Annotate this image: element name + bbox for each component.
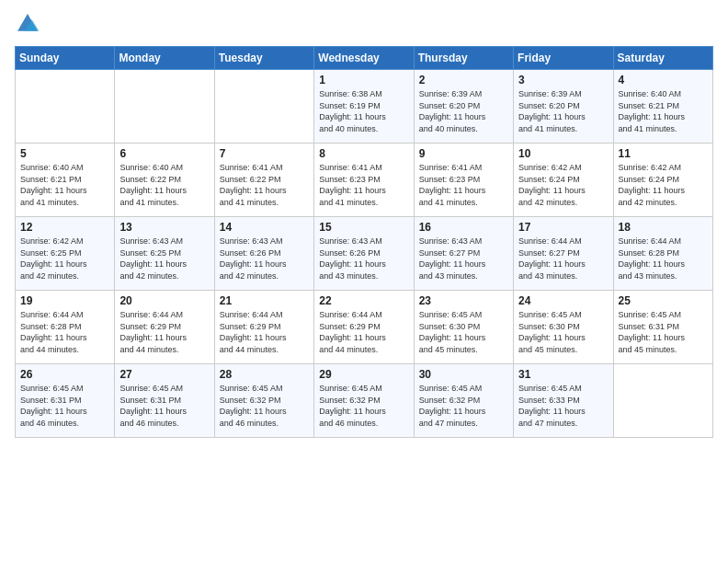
calendar-cell: 19Sunrise: 6:44 AM Sunset: 6:28 PM Dayli…: [16, 291, 115, 364]
day-number: 13: [119, 221, 209, 234]
day-number: 29: [319, 368, 408, 381]
calendar-cell: [115, 70, 214, 144]
day-header-wednesday: Wednesday: [314, 47, 414, 70]
day-number: 18: [619, 221, 708, 234]
day-info: Sunrise: 6:45 AM Sunset: 6:32 PM Dayligh…: [419, 383, 508, 429]
day-number: 12: [20, 221, 109, 234]
day-number: 1: [319, 74, 408, 86]
calendar-cell: 16Sunrise: 6:43 AM Sunset: 6:27 PM Dayli…: [414, 217, 513, 291]
day-number: 27: [119, 368, 209, 381]
day-info: Sunrise: 6:43 AM Sunset: 6:26 PM Dayligh…: [319, 236, 408, 282]
day-number: 4: [619, 74, 708, 86]
day-header-friday: Friday: [514, 47, 613, 70]
day-number: 7: [220, 147, 309, 160]
day-info: Sunrise: 6:42 AM Sunset: 6:24 PM Dayligh…: [619, 162, 708, 208]
day-header-monday: Monday: [115, 47, 214, 70]
day-number: 26: [20, 368, 109, 381]
day-info: Sunrise: 6:45 AM Sunset: 6:31 PM Dayligh…: [619, 309, 708, 355]
day-info: Sunrise: 6:40 AM Sunset: 6:21 PM Dayligh…: [20, 162, 109, 208]
day-number: 23: [419, 294, 508, 307]
day-info: Sunrise: 6:45 AM Sunset: 6:31 PM Dayligh…: [20, 383, 109, 429]
calendar-cell: [16, 70, 115, 144]
day-info: Sunrise: 6:39 AM Sunset: 6:20 PM Dayligh…: [518, 88, 608, 134]
calendar-cell: 10Sunrise: 6:42 AM Sunset: 6:24 PM Dayli…: [514, 144, 613, 217]
calendar-cell: 21Sunrise: 6:44 AM Sunset: 6:29 PM Dayli…: [214, 291, 313, 364]
day-info: Sunrise: 6:38 AM Sunset: 6:19 PM Dayligh…: [319, 88, 408, 134]
day-info: Sunrise: 6:44 AM Sunset: 6:27 PM Dayligh…: [518, 236, 608, 282]
calendar-week-1: 1Sunrise: 6:38 AM Sunset: 6:19 PM Daylig…: [16, 70, 713, 144]
day-number: 8: [319, 147, 408, 160]
day-number: 16: [419, 221, 508, 234]
calendar-cell: 2Sunrise: 6:39 AM Sunset: 6:20 PM Daylig…: [414, 70, 513, 144]
day-info: Sunrise: 6:45 AM Sunset: 6:33 PM Dayligh…: [518, 383, 608, 429]
day-info: Sunrise: 6:44 AM Sunset: 6:28 PM Dayligh…: [619, 236, 708, 282]
logo-icon: [15, 11, 40, 37]
calendar-cell: 1Sunrise: 6:38 AM Sunset: 6:19 PM Daylig…: [314, 70, 414, 144]
day-header-tuesday: Tuesday: [214, 47, 313, 70]
calendar-cell: [613, 364, 712, 438]
day-info: Sunrise: 6:45 AM Sunset: 6:30 PM Dayligh…: [518, 309, 608, 355]
header: [15, 11, 713, 37]
day-number: 19: [20, 294, 109, 307]
calendar-cell: 30Sunrise: 6:45 AM Sunset: 6:32 PM Dayli…: [414, 364, 513, 438]
calendar-cell: 25Sunrise: 6:45 AM Sunset: 6:31 PM Dayli…: [613, 291, 712, 364]
calendar-cell: 24Sunrise: 6:45 AM Sunset: 6:30 PM Dayli…: [514, 291, 613, 364]
calendar-cell: 14Sunrise: 6:43 AM Sunset: 6:26 PM Dayli…: [214, 217, 313, 291]
day-info: Sunrise: 6:45 AM Sunset: 6:32 PM Dayligh…: [319, 383, 408, 429]
calendar-cell: 11Sunrise: 6:42 AM Sunset: 6:24 PM Dayli…: [613, 144, 712, 217]
calendar-cell: 8Sunrise: 6:41 AM Sunset: 6:23 PM Daylig…: [314, 144, 414, 217]
calendar-cell: 9Sunrise: 6:41 AM Sunset: 6:23 PM Daylig…: [414, 144, 513, 217]
calendar-cell: 7Sunrise: 6:41 AM Sunset: 6:22 PM Daylig…: [214, 144, 313, 217]
day-number: 2: [419, 74, 508, 86]
day-info: Sunrise: 6:42 AM Sunset: 6:24 PM Dayligh…: [518, 162, 608, 208]
day-number: 11: [619, 147, 708, 160]
day-header-thursday: Thursday: [414, 47, 513, 70]
calendar-header-row: SundayMondayTuesdayWednesdayThursdayFrid…: [16, 47, 713, 70]
day-number: 9: [419, 147, 508, 160]
calendar-cell: 23Sunrise: 6:45 AM Sunset: 6:30 PM Dayli…: [414, 291, 513, 364]
day-info: Sunrise: 6:41 AM Sunset: 6:22 PM Dayligh…: [220, 162, 309, 208]
day-info: Sunrise: 6:41 AM Sunset: 6:23 PM Dayligh…: [319, 162, 408, 208]
day-number: 15: [319, 221, 408, 234]
day-number: 30: [419, 368, 508, 381]
day-header-sunday: Sunday: [16, 47, 115, 70]
day-header-saturday: Saturday: [613, 47, 712, 70]
calendar-week-5: 26Sunrise: 6:45 AM Sunset: 6:31 PM Dayli…: [16, 364, 713, 438]
calendar-cell: 6Sunrise: 6:40 AM Sunset: 6:22 PM Daylig…: [115, 144, 214, 217]
calendar-week-2: 5Sunrise: 6:40 AM Sunset: 6:21 PM Daylig…: [16, 144, 713, 217]
calendar-week-3: 12Sunrise: 6:42 AM Sunset: 6:25 PM Dayli…: [16, 217, 713, 291]
day-info: Sunrise: 6:40 AM Sunset: 6:22 PM Dayligh…: [119, 162, 209, 208]
day-info: Sunrise: 6:45 AM Sunset: 6:32 PM Dayligh…: [220, 383, 309, 429]
logo: [15, 11, 44, 37]
day-number: 31: [518, 368, 608, 381]
day-number: 21: [220, 294, 309, 307]
calendar-cell: 26Sunrise: 6:45 AM Sunset: 6:31 PM Dayli…: [16, 364, 115, 438]
calendar-cell: 20Sunrise: 6:44 AM Sunset: 6:29 PM Dayli…: [115, 291, 214, 364]
calendar-table: SundayMondayTuesdayWednesdayThursdayFrid…: [15, 46, 713, 438]
day-number: 14: [220, 221, 309, 234]
day-number: 25: [619, 294, 708, 307]
day-info: Sunrise: 6:40 AM Sunset: 6:21 PM Dayligh…: [619, 88, 708, 134]
day-info: Sunrise: 6:41 AM Sunset: 6:23 PM Dayligh…: [419, 162, 508, 208]
calendar-cell: 3Sunrise: 6:39 AM Sunset: 6:20 PM Daylig…: [514, 70, 613, 144]
calendar-cell: 13Sunrise: 6:43 AM Sunset: 6:25 PM Dayli…: [115, 217, 214, 291]
page: SundayMondayTuesdayWednesdayThursdayFrid…: [0, 0, 728, 563]
day-info: Sunrise: 6:44 AM Sunset: 6:29 PM Dayligh…: [220, 309, 309, 355]
day-info: Sunrise: 6:39 AM Sunset: 6:20 PM Dayligh…: [419, 88, 508, 134]
calendar-cell: 22Sunrise: 6:44 AM Sunset: 6:29 PM Dayli…: [314, 291, 414, 364]
day-number: 22: [319, 294, 408, 307]
day-number: 24: [518, 294, 608, 307]
day-info: Sunrise: 6:44 AM Sunset: 6:28 PM Dayligh…: [20, 309, 109, 355]
day-number: 3: [518, 74, 608, 86]
day-info: Sunrise: 6:42 AM Sunset: 6:25 PM Dayligh…: [20, 236, 109, 282]
day-info: Sunrise: 6:43 AM Sunset: 6:25 PM Dayligh…: [119, 236, 209, 282]
calendar-cell: 15Sunrise: 6:43 AM Sunset: 6:26 PM Dayli…: [314, 217, 414, 291]
calendar-cell: 12Sunrise: 6:42 AM Sunset: 6:25 PM Dayli…: [16, 217, 115, 291]
day-info: Sunrise: 6:45 AM Sunset: 6:31 PM Dayligh…: [119, 383, 209, 429]
calendar-cell: 28Sunrise: 6:45 AM Sunset: 6:32 PM Dayli…: [214, 364, 313, 438]
day-number: 5: [20, 147, 109, 160]
calendar-cell: 4Sunrise: 6:40 AM Sunset: 6:21 PM Daylig…: [613, 70, 712, 144]
day-number: 10: [518, 147, 608, 160]
day-number: 17: [518, 221, 608, 234]
day-info: Sunrise: 6:44 AM Sunset: 6:29 PM Dayligh…: [319, 309, 408, 355]
